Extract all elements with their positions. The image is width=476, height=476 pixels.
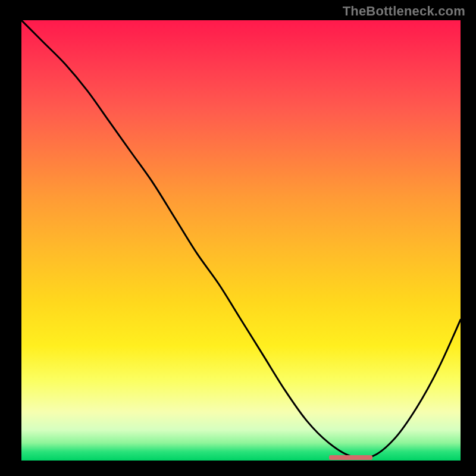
minimum-marker [329, 455, 373, 460]
chart-container: TheBottleneck.com [0, 0, 476, 476]
plot-area [21, 20, 461, 461]
bottleneck-curve [21, 20, 461, 458]
curve-layer [21, 20, 461, 461]
watermark-text: TheBottleneck.com [343, 4, 465, 19]
